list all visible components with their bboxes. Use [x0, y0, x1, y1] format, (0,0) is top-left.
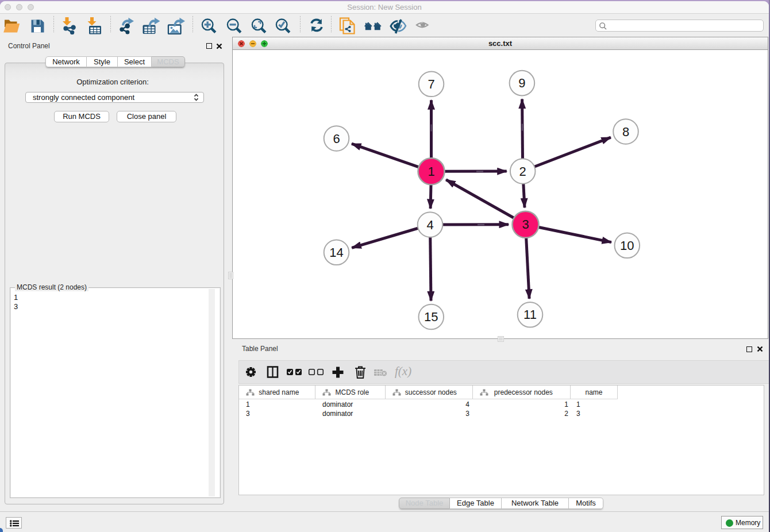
svg-text:9: 9 — [518, 76, 525, 90]
svg-text:2: 2 — [519, 164, 526, 179]
svg-text:15: 15 — [424, 310, 438, 324]
svg-text:11: 11 — [523, 307, 537, 322]
svg-text:4: 4 — [426, 218, 433, 232]
svg-text:1: 1 — [428, 164, 434, 179]
svg-text:14: 14 — [329, 245, 343, 260]
svg-text:8: 8 — [622, 125, 629, 139]
svg-text:10: 10 — [620, 238, 634, 253]
svg-text:6: 6 — [333, 132, 340, 146]
svg-text:3: 3 — [522, 217, 529, 232]
svg-text:7: 7 — [428, 77, 434, 91]
